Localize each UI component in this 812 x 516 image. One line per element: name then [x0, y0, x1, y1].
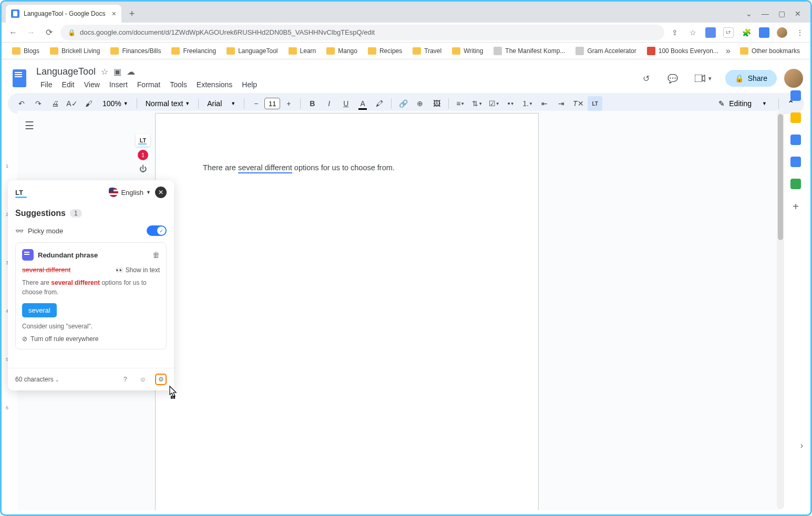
- spellcheck-button[interactable]: A✓: [65, 96, 79, 111]
- style-dropdown[interactable]: Normal text ▼: [141, 99, 194, 108]
- lt-power-icon[interactable]: ⏻: [138, 163, 148, 174]
- clear-format-button[interactable]: T✕: [571, 96, 585, 111]
- star-icon[interactable]: ☆: [101, 67, 108, 77]
- keep-icon[interactable]: [790, 112, 801, 123]
- menu-help[interactable]: Help: [238, 78, 261, 91]
- bookmark-item[interactable]: Blogs: [8, 45, 44, 57]
- redo-button[interactable]: ↷: [31, 96, 46, 111]
- extensions-puzzle-icon[interactable]: 🧩: [741, 27, 752, 38]
- back-button[interactable]: ←: [7, 28, 19, 37]
- undo-button[interactable]: ↶: [14, 96, 29, 111]
- tab-close-icon[interactable]: ×: [112, 9, 116, 18]
- dismiss-suggestion-button[interactable]: 🗑: [152, 251, 160, 259]
- bookmark-item[interactable]: LanguageTool: [222, 45, 282, 57]
- lt-toolbar-button[interactable]: LT: [588, 96, 602, 111]
- bookmark-item[interactable]: Freelancing: [167, 45, 220, 57]
- ext-icon-1[interactable]: [705, 27, 716, 38]
- bookmark-item[interactable]: Learn: [284, 45, 321, 57]
- ext-lt-icon[interactable]: LT: [723, 27, 734, 38]
- document-page[interactable]: There are several different options for …: [155, 113, 539, 510]
- bookmark-item[interactable]: Writing: [448, 45, 487, 57]
- menu-view[interactable]: View: [80, 78, 104, 91]
- bookmark-item[interactable]: 100 Books Everyon...: [643, 45, 723, 57]
- add-addon-button[interactable]: +: [793, 201, 799, 213]
- history-icon[interactable]: ↺: [637, 69, 656, 88]
- outline-toggle-button[interactable]: ☰: [25, 119, 34, 132]
- underline-button[interactable]: U: [338, 96, 353, 111]
- add-comment-button[interactable]: ⊕: [413, 96, 427, 111]
- menu-file[interactable]: File: [36, 78, 57, 91]
- profile-avatar-small[interactable]: [777, 27, 787, 38]
- tasks-icon[interactable]: [790, 135, 801, 145]
- menu-insert[interactable]: Insert: [105, 78, 132, 91]
- settings-icon[interactable]: ⚙: [155, 374, 167, 385]
- browser-menu-icon[interactable]: ⋮: [795, 27, 805, 38]
- win-chevron-icon[interactable]: ⌄: [746, 9, 752, 18]
- font-dropdown[interactable]: Arial ▼: [203, 99, 240, 108]
- scrollbar-thumb[interactable]: [778, 114, 783, 240]
- font-size-increase[interactable]: +: [281, 96, 296, 111]
- italic-button[interactable]: I: [322, 96, 336, 111]
- contacts-icon[interactable]: [790, 157, 801, 167]
- maps-icon[interactable]: [790, 179, 801, 189]
- bookmark-item[interactable]: The Manifest Komp...: [489, 45, 569, 57]
- bookmark-item[interactable]: Travel: [408, 45, 446, 57]
- show-in-text-button[interactable]: 👀 Show in text: [116, 266, 160, 274]
- text-color-button[interactable]: A: [355, 96, 370, 111]
- share-button[interactable]: 🔒 Share: [725, 70, 777, 87]
- align-button[interactable]: ≡ ▼: [453, 96, 468, 111]
- profile-avatar[interactable]: [784, 69, 803, 88]
- turn-off-rule-button[interactable]: ⊘ Turn off rule everywhere: [22, 335, 160, 343]
- help-icon[interactable]: ?: [119, 374, 131, 385]
- bullet-list-button[interactable]: • ▼: [503, 96, 518, 111]
- print-button[interactable]: 🖨: [48, 96, 63, 111]
- document-text[interactable]: There are several different options for …: [203, 163, 491, 172]
- bookmark-item[interactable]: Mango: [322, 45, 362, 57]
- bookmark-item[interactable]: Finances/Bills: [106, 45, 165, 57]
- bookmark-item[interactable]: Recipes: [364, 45, 406, 57]
- highlight-button[interactable]: 🖍: [372, 96, 387, 111]
- browser-tab[interactable]: LanguageTool - Google Docs ×: [6, 5, 121, 23]
- picky-mode-toggle[interactable]: [147, 225, 167, 236]
- url-input[interactable]: 🔒 docs.google.com/document/d/1ZWdWpKAGOU…: [60, 25, 664, 40]
- zoom-dropdown[interactable]: 100% ▼: [98, 99, 132, 108]
- error-underline[interactable]: several different: [238, 163, 292, 173]
- forward-button[interactable]: →: [25, 28, 37, 37]
- bold-button[interactable]: B: [305, 96, 320, 111]
- win-close-icon[interactable]: ✕: [795, 9, 801, 18]
- indent-increase-button[interactable]: ⇥: [554, 96, 569, 111]
- comments-icon[interactable]: 💬: [663, 69, 682, 88]
- menu-edit[interactable]: Edit: [58, 78, 79, 91]
- move-icon[interactable]: ▣: [114, 67, 121, 77]
- cloud-icon[interactable]: ☁: [127, 67, 135, 77]
- menu-format[interactable]: Format: [133, 78, 165, 91]
- image-button[interactable]: 🖼: [429, 96, 444, 111]
- win-maximize-icon[interactable]: ▢: [778, 9, 785, 18]
- menu-extensions[interactable]: Extensions: [192, 78, 237, 91]
- line-spacing-button[interactable]: ⇅ ▼: [470, 96, 485, 111]
- close-panel-button[interactable]: ✕: [155, 187, 167, 198]
- meet-button[interactable]: ▼: [690, 71, 718, 85]
- lt-issue-count[interactable]: 1: [138, 150, 148, 160]
- numbered-list-button[interactable]: 1. ▼: [520, 96, 535, 111]
- bookmark-item[interactable]: Gram Accelerator: [571, 45, 640, 57]
- language-selector[interactable]: English ▼: [109, 188, 151, 197]
- ext-icon-3[interactable]: [759, 27, 769, 38]
- character-count[interactable]: 60 characters ⌄: [15, 376, 59, 383]
- font-size-decrease[interactable]: −: [249, 96, 263, 111]
- lt-logo-badge[interactable]: [136, 134, 150, 147]
- checklist-button[interactable]: ☑ ▼: [487, 96, 501, 111]
- paint-format-button[interactable]: 🖌: [81, 96, 96, 111]
- calendar-icon[interactable]: [790, 90, 801, 101]
- editing-mode-dropdown[interactable]: ✎ Editing ▼: [711, 97, 774, 110]
- document-title[interactable]: LanguageTool: [36, 66, 96, 77]
- suggestion-replacement-button[interactable]: several: [22, 303, 57, 317]
- side-panel-expand-icon[interactable]: ›: [800, 441, 803, 450]
- font-size-input[interactable]: [264, 98, 280, 109]
- indent-decrease-button[interactable]: ⇤: [537, 96, 552, 111]
- reload-button[interactable]: ⟳: [43, 27, 55, 37]
- bookmarks-more-button[interactable]: »: [726, 46, 731, 56]
- bookmark-star-icon[interactable]: ☆: [687, 27, 698, 38]
- share-page-icon[interactable]: ⇪: [670, 27, 680, 38]
- win-minimize-icon[interactable]: —: [762, 9, 769, 18]
